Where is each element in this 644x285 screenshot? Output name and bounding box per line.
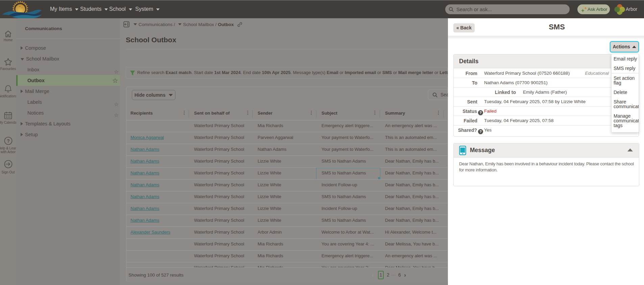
svg-text:?: ? <box>7 138 10 144</box>
